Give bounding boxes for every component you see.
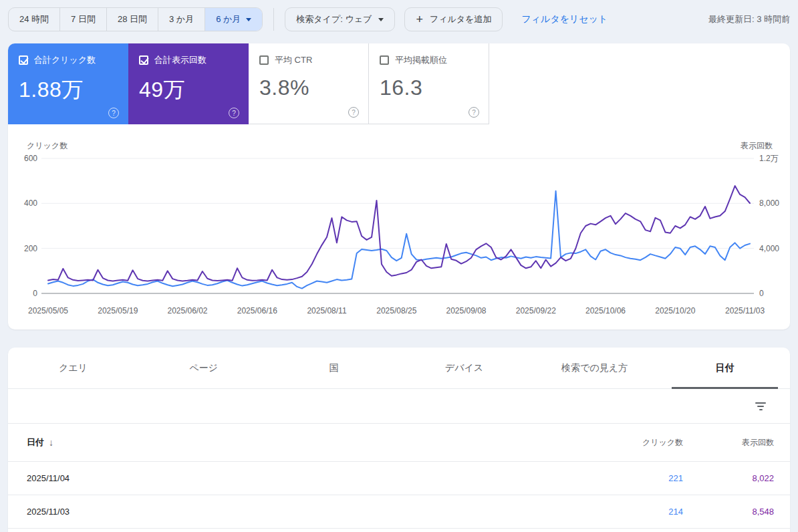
date-range-chip[interactable]: 7 日間 xyxy=(59,8,106,31)
date-range-chip-selected[interactable]: 6 か月 xyxy=(205,8,262,31)
row-clicks-value: 214 xyxy=(596,507,683,517)
svg-text:2025/06/16: 2025/06/16 xyxy=(237,306,277,315)
total-impressions-label: 合計表示回数 xyxy=(154,54,207,66)
date-column-header[interactable]: 日付 ↓ xyxy=(27,436,596,448)
tab-デバイス[interactable]: デバイス xyxy=(399,348,529,388)
checkbox-checked-icon[interactable] xyxy=(139,55,148,65)
total-impressions-card[interactable]: 合計表示回数 49万 ? xyxy=(128,43,249,124)
row-clicks-value: 221 xyxy=(596,473,683,483)
date-range-chip[interactable]: 28 日間 xyxy=(106,8,158,31)
svg-text:0: 0 xyxy=(759,289,764,298)
checkbox-checked-icon[interactable] xyxy=(19,55,28,65)
svg-text:2025/10/20: 2025/10/20 xyxy=(655,306,695,315)
table-header-row: 日付 ↓ クリック数 表示回数 xyxy=(8,424,790,462)
filter-list-icon[interactable] xyxy=(755,402,766,410)
svg-text:2025/05/19: 2025/05/19 xyxy=(98,306,138,315)
svg-text:600: 600 xyxy=(24,154,37,163)
total-clicks-card[interactable]: 合計クリック数 1.88万 ? xyxy=(8,43,128,124)
table-row[interactable]: 2025/11/032148,548 xyxy=(8,495,790,529)
metric-cards-row: 合計クリック数 1.88万 ? 合計表示回数 49万 ? 平均 CTR 3.8%… xyxy=(8,43,790,124)
help-icon[interactable]: ? xyxy=(348,107,359,118)
average-position-value: 16.3 xyxy=(380,76,478,100)
chevron-down-icon xyxy=(378,18,384,21)
add-filter-button[interactable]: + フィルタを追加 xyxy=(404,7,503,31)
right-axis-title: 表示回数 xyxy=(741,140,773,152)
tab-国[interactable]: 国 xyxy=(269,348,399,388)
toolbar-divider xyxy=(273,8,274,31)
last-updated-text: 最終更新日: 3 時間前 xyxy=(708,13,790,25)
svg-text:2025/08/25: 2025/08/25 xyxy=(376,306,416,315)
svg-text:2025/08/11: 2025/08/11 xyxy=(307,306,346,315)
clicks-column-header[interactable]: クリック数 xyxy=(596,437,683,448)
svg-text:2025/05/05: 2025/05/05 xyxy=(28,306,68,315)
row-date: 2025/11/04 xyxy=(27,473,596,483)
svg-text:2025/10/06: 2025/10/06 xyxy=(585,306,626,315)
search-type-dropdown[interactable]: 検索タイプ: ウェブ xyxy=(285,7,395,31)
average-position-card[interactable]: 平均掲載順位 16.3 ? xyxy=(369,43,489,124)
clicks-impressions-line-chart[interactable]: 020040060004,0008,0001.2万2025/05/052025/… xyxy=(8,153,790,321)
table-body: 2025/11/042218,0222025/11/032148,548 xyxy=(8,462,790,529)
checkbox-unchecked-icon[interactable] xyxy=(259,55,269,65)
svg-text:400: 400 xyxy=(24,198,37,208)
left-axis-title: クリック数 xyxy=(27,140,68,152)
svg-text:2025/11/03: 2025/11/03 xyxy=(725,306,765,315)
svg-text:2025/09/22: 2025/09/22 xyxy=(516,306,556,315)
svg-text:2025/09/08: 2025/09/08 xyxy=(446,306,486,315)
search-type-label: 検索タイプ: ウェブ xyxy=(296,13,372,25)
impressions-column-header[interactable]: 表示回数 xyxy=(683,437,774,448)
svg-text:200: 200 xyxy=(24,244,37,253)
svg-text:4,000: 4,000 xyxy=(759,244,779,253)
tab-ページ[interactable]: ページ xyxy=(138,348,269,388)
total-clicks-label: 合計クリック数 xyxy=(34,54,96,66)
help-icon[interactable]: ? xyxy=(108,108,119,118)
add-filter-label: フィルタを追加 xyxy=(430,13,492,25)
filter-toolbar: 24 時間7 日間28 日間3 か月6 か月 検索タイプ: ウェブ + フィルタ… xyxy=(0,0,798,32)
tab-検索での見え方[interactable]: 検索での見え方 xyxy=(529,348,660,388)
svg-text:1.2万: 1.2万 xyxy=(759,154,779,163)
chevron-down-icon xyxy=(246,18,251,21)
reset-filters-link[interactable]: フィルタをリセット xyxy=(521,13,608,25)
table-row[interactable]: 2025/11/042218,022 xyxy=(8,462,790,495)
tab-クエリ[interactable]: クエリ xyxy=(8,348,138,388)
date-range-chip[interactable]: 3 か月 xyxy=(158,8,205,31)
plus-icon: + xyxy=(416,13,423,25)
average-ctr-value: 3.8% xyxy=(259,76,358,100)
svg-text:2025/06/02: 2025/06/02 xyxy=(167,306,207,315)
row-date: 2025/11/03 xyxy=(27,507,596,517)
date-range-group: 24 時間7 日間28 日間3 か月6 か月 xyxy=(8,7,263,31)
row-impressions-value: 8,022 xyxy=(683,473,774,483)
average-ctr-label: 平均 CTR xyxy=(275,54,312,66)
total-impressions-value: 49万 xyxy=(139,76,238,105)
help-icon[interactable]: ? xyxy=(469,107,479,118)
date-range-chip[interactable]: 24 時間 xyxy=(9,8,59,31)
table-filter-row xyxy=(8,389,790,424)
sort-descending-icon: ↓ xyxy=(49,437,53,448)
svg-text:0: 0 xyxy=(33,289,37,298)
average-ctr-card[interactable]: 平均 CTR 3.8% ? xyxy=(249,43,369,124)
dimensions-panel: クエリページ国デバイス検索での見え方日付 日付 ↓ クリック数 表示回数 202… xyxy=(8,348,790,532)
svg-text:8,000: 8,000 xyxy=(759,198,779,208)
help-icon[interactable]: ? xyxy=(229,108,239,118)
average-position-label: 平均掲載順位 xyxy=(395,54,447,66)
dimension-tabs: クエリページ国デバイス検索での見え方日付 xyxy=(8,348,790,389)
performance-panel: 合計クリック数 1.88万 ? 合計表示回数 49万 ? 平均 CTR 3.8%… xyxy=(8,43,790,329)
tab-active-日付[interactable]: 日付 xyxy=(660,348,790,388)
checkbox-unchecked-icon[interactable] xyxy=(380,55,389,65)
total-clicks-value: 1.88万 xyxy=(19,76,118,105)
row-impressions-value: 8,548 xyxy=(683,507,774,517)
performance-chart: クリック数 表示回数 020040060004,0008,0001.2万2025… xyxy=(8,124,790,321)
